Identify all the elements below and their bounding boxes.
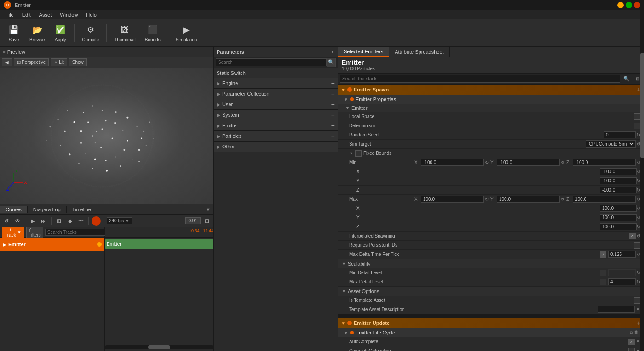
max-y-action[interactable]: ↻ [561, 197, 564, 202]
simulation-button[interactable]: ▶ Simulation [172, 22, 201, 44]
emitter-track[interactable]: ▶ Emitter [0, 238, 104, 251]
menu-asset[interactable]: Asset [35, 11, 56, 18]
spawn-add-button[interactable]: + [637, 86, 640, 93]
emitter-life-cycle-subsection[interactable]: ▼ Emitter Life Cycle ⧉ 🗑 [338, 328, 644, 337]
min-z-ind-action[interactable]: ↻ [637, 187, 640, 192]
min-x-input[interactable] [421, 159, 484, 166]
autocomplete-action[interactable]: ▼ [636, 339, 640, 344]
sim-target-select[interactable]: GPUCompute Sim CPU Sim [586, 140, 636, 148]
tab-curves[interactable]: Curves [0, 206, 28, 213]
max-detail-input[interactable] [608, 278, 636, 285]
tab-selected-emitters[interactable]: Selected Emitters [338, 47, 389, 57]
engine-add-button[interactable]: + [331, 79, 335, 87]
max-detail-checkbox[interactable] [600, 279, 606, 285]
min-y-ind-action[interactable]: ↻ [637, 178, 640, 183]
record-button[interactable] [92, 216, 101, 226]
max-z-ind-action[interactable]: ↻ [637, 224, 640, 229]
emitter-group-header[interactable]: ▶ Emitter + [214, 120, 338, 130]
asset-options-header[interactable]: ▼ Asset Options [338, 287, 644, 296]
min-z-input[interactable] [573, 159, 636, 166]
param-collection-add-button[interactable]: + [331, 90, 335, 97]
max-delta-time-input[interactable] [608, 251, 636, 258]
thumbnail-button[interactable]: 🖼 Thumbnail [110, 22, 139, 44]
params-search-button[interactable]: 🔍 [327, 58, 336, 67]
max-y-ind-input[interactable] [600, 214, 637, 221]
particles-group-header[interactable]: ▶ Particles + [214, 131, 338, 141]
camera-button[interactable]: 👁 [13, 216, 22, 226]
min-x-action[interactable]: ↻ [485, 160, 489, 165]
min-x-ind-action[interactable]: ↻ [637, 169, 640, 174]
max-z-action[interactable]: ↻ [637, 197, 640, 202]
emitter-sub-group[interactable]: ▼ Emitter [338, 104, 644, 112]
min-y-input[interactable] [497, 159, 560, 166]
compile-button[interactable]: ⚙ Compile [78, 22, 103, 44]
requires-persistent-ids-checkbox[interactable] [634, 242, 640, 249]
life-cycle-copy-icon[interactable]: ⧉ [630, 330, 633, 335]
scalability-section-header[interactable]: ▼ Scalability [338, 259, 644, 268]
template-desc-action[interactable]: ▼ [636, 307, 640, 312]
update-add-button[interactable]: + [637, 319, 640, 327]
max-delta-time-action[interactable]: ↻ [637, 252, 640, 257]
min-y-ind-input[interactable] [600, 177, 637, 184]
max-y-ind-action[interactable]: ↻ [637, 215, 640, 220]
local-space-checkbox[interactable] [634, 113, 640, 120]
step-button[interactable]: ⏭ [39, 216, 48, 226]
min-y-action[interactable]: ↻ [561, 160, 564, 165]
viewport[interactable]: X Y Z [0, 68, 213, 204]
maximize-button[interactable] [626, 2, 632, 8]
determinism-checkbox[interactable] [634, 123, 640, 129]
expand-button[interactable]: ⊡ [202, 216, 212, 226]
fixed-bounds-checkbox[interactable] [355, 150, 362, 157]
snap-button[interactable]: ⊞ [54, 216, 63, 226]
life-cycle-delete-icon[interactable]: 🗑 [634, 330, 638, 335]
max-delta-time-checkbox[interactable] [600, 251, 606, 258]
max-x-action[interactable]: ↻ [485, 197, 489, 202]
sim-target-reset[interactable]: ↺ [637, 142, 640, 147]
max-x-ind-input[interactable] [600, 205, 637, 212]
random-seed-action[interactable]: ↻ [637, 132, 640, 137]
particles-add-button[interactable]: + [331, 132, 335, 140]
play-button[interactable]: ▶ [28, 216, 37, 226]
search-tracks-input[interactable] [45, 229, 108, 236]
interpolated-action[interactable]: ↺ [637, 233, 640, 238]
timeline-scrollbar-thumb[interactable] [148, 345, 170, 349]
show-button[interactable]: Show [69, 58, 87, 66]
min-z-ind-input[interactable] [600, 187, 637, 193]
menu-help[interactable]: Help [82, 11, 100, 18]
is-template-checkbox[interactable] [634, 297, 640, 304]
menu-file[interactable]: File [2, 11, 17, 18]
user-add-button[interactable]: + [331, 101, 335, 108]
emitter-add-button[interactable]: + [331, 122, 335, 129]
min-detail-input[interactable] [608, 269, 636, 276]
max-detail-action[interactable]: ↻ [637, 279, 640, 284]
template-desc-input[interactable] [598, 306, 635, 313]
view-mode-button[interactable]: ◀ [2, 58, 12, 66]
stack-search-button[interactable]: 🔍 [622, 74, 631, 84]
other-add-button[interactable]: + [331, 143, 335, 150]
tracks-area[interactable]: Emitter [105, 238, 213, 351]
min-detail-checkbox[interactable] [600, 270, 606, 276]
menu-window[interactable]: Window [56, 11, 81, 18]
filter-button[interactable]: Y Filters [26, 227, 43, 238]
static-switch-item[interactable]: Static Switch [214, 68, 338, 78]
curves-close-button[interactable]: ▼ [203, 206, 213, 213]
engine-group-header[interactable]: ▶ Engine + [214, 78, 338, 88]
min-detail-action[interactable]: ↻ [637, 270, 640, 275]
max-z-input[interactable] [573, 196, 636, 203]
other-group-header[interactable]: ▶ Other + [214, 142, 338, 152]
complete-on-inactive-action[interactable]: ▼ [636, 348, 640, 351]
params-search-input[interactable] [216, 58, 327, 66]
lit-button[interactable]: ☀ Lit [51, 58, 67, 66]
minimize-button[interactable] [617, 2, 624, 8]
params-dropdown-arrow[interactable]: ▼ [330, 49, 335, 54]
max-x-ind-action[interactable]: ↻ [637, 206, 640, 211]
fps-dropdown-icon[interactable]: ▼ [125, 218, 130, 223]
min-x-ind-input[interactable] [600, 168, 637, 175]
system-add-button[interactable]: + [331, 111, 335, 119]
close-button[interactable] [634, 2, 640, 8]
max-y-input[interactable] [497, 196, 560, 203]
tab-attribute-spreadsheet[interactable]: Attribute Spreadsheet [389, 47, 449, 57]
key-button[interactable]: ◆ [65, 216, 75, 226]
right-panel-scrollbar-thumb[interactable] [640, 53, 644, 158]
apply-button[interactable]: ✅ Apply [50, 22, 70, 44]
